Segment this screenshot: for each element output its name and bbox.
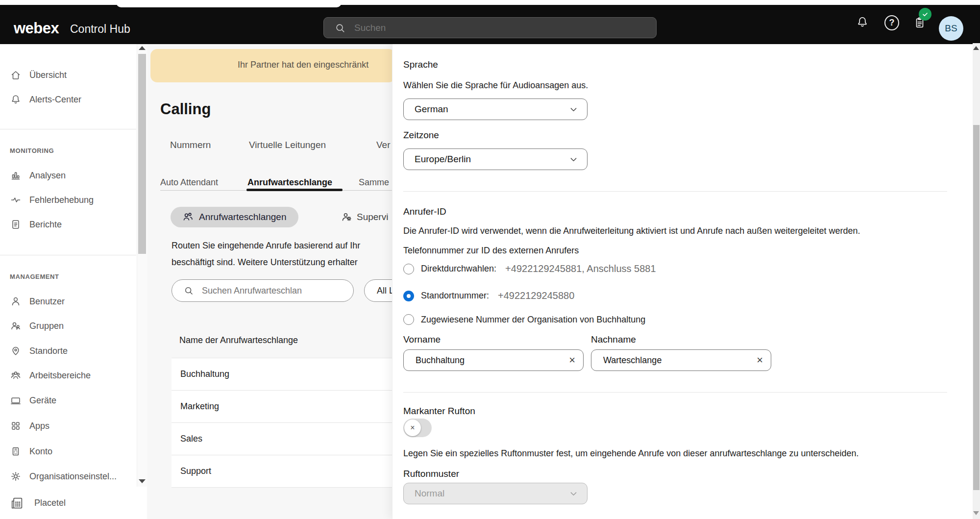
workspace-icon <box>10 370 22 381</box>
sidebar-item-label: Gruppen <box>29 321 64 331</box>
sidebar-item-gruppen[interactable]: Gruppen <box>10 316 64 336</box>
banner-text: Ihr Partner hat den eingeschränkt <box>238 60 368 70</box>
sidebar-item-benutzer[interactable]: Benutzer <box>10 292 65 311</box>
radio-zugewiesene-nummer[interactable]: Zugewiesene Nummer der Organisation von … <box>403 314 645 325</box>
queue-search[interactable] <box>172 279 354 302</box>
radio-direktdurchwahlen[interactable]: Direktdurchwahlen: +4922129245881, Ansch… <box>403 263 656 274</box>
main-scrollbar[interactable] <box>973 43 980 519</box>
radio-icon[interactable] <box>403 264 414 274</box>
radio-icon-selected[interactable] <box>403 291 414 301</box>
radio-value: +4922129245881, Anschluss 5881 <box>505 263 656 274</box>
timezone-value: Europe/Berlin <box>415 154 471 165</box>
sidebar-scrollbar[interactable] <box>137 43 147 487</box>
sidebar-item-analysen[interactable]: Analysen <box>10 166 66 185</box>
tab-nummern[interactable]: Nummern <box>170 140 211 150</box>
pulse-icon <box>10 194 22 206</box>
sidebar-item-label: Geräte <box>29 395 56 406</box>
user-icon <box>10 296 22 307</box>
building-icon <box>10 495 24 510</box>
browser-tab-remnant <box>116 0 342 7</box>
top-header: webex Control Hub ? BS <box>0 5 980 44</box>
sidebar: Übersicht Alerts-Center MONITORING Analy… <box>0 44 147 519</box>
sidebar-section-monitoring: MONITORING <box>10 147 54 154</box>
notifications-button[interactable] <box>855 15 870 29</box>
scroll-up-arrow[interactable] <box>139 46 146 50</box>
subtab-auto-attendant[interactable]: Auto Attendant <box>160 177 218 188</box>
avatar[interactable]: BS <box>939 16 963 41</box>
search-icon <box>335 23 345 33</box>
last-name-input[interactable] <box>602 355 741 366</box>
partner-banner: Ihr Partner hat den eingeschränkt <box>150 49 395 82</box>
tab-ver[interactable]: Ver <box>376 140 391 150</box>
subtab-anrufwarteschlange[interactable]: Anrufwarteschlange <box>247 177 332 188</box>
webex-logo: webex <box>14 20 59 37</box>
last-name-field[interactable]: × <box>591 349 771 371</box>
gear-icon <box>10 470 22 482</box>
language-label: Sprache <box>403 59 438 70</box>
segment-supervisoren[interactable]: Supervi <box>341 207 388 227</box>
scroll-down-arrow[interactable] <box>973 511 979 515</box>
sidebar-divider <box>0 129 136 129</box>
account-icon <box>10 445 22 457</box>
apps-grid-icon <box>10 420 22 432</box>
queue-name: Sales <box>180 434 202 444</box>
home-icon <box>10 69 22 81</box>
group-icon <box>10 320 22 332</box>
chevron-down-icon <box>569 105 578 114</box>
queue-name: Marketing <box>180 401 219 412</box>
radio-icon[interactable] <box>403 314 414 325</box>
caller-id-label: Anrufer-ID <box>403 206 446 217</box>
sidebar-item-berichte[interactable]: Berichte <box>10 215 62 234</box>
ring-pattern-value: Normal <box>415 488 444 499</box>
queue-description-line1: Routen Sie eingehende Anrufe basierend a… <box>172 241 360 251</box>
sidebar-item-placetel[interactable]: Placetel <box>10 493 66 513</box>
search-icon <box>184 286 194 296</box>
subtab-samme[interactable]: Samme <box>359 177 389 188</box>
scroll-up-arrow[interactable] <box>973 46 979 50</box>
ring-description: Legen Sie ein spezielles Ruftonmuster fe… <box>403 448 859 459</box>
sidebar-item-konto[interactable]: Konto <box>10 442 52 461</box>
distinctive-ring-toggle[interactable]: × <box>403 419 432 437</box>
sidebar-item-alerts-center[interactable]: Alerts-Center <box>10 90 81 109</box>
queue-name: Buchhaltung <box>180 369 229 379</box>
queue-search-input[interactable] <box>201 285 340 297</box>
segment-label: Anrufwarteschlangen <box>199 212 287 222</box>
sidebar-item-organisationseinstellungen[interactable]: Organisationseinstel... <box>10 467 117 486</box>
help-button[interactable]: ? <box>884 15 899 30</box>
check-badge-icon <box>919 8 931 21</box>
clear-x-icon[interactable]: × <box>569 355 575 366</box>
radio-standortnummer[interactable]: Standortnummer: +4922129245880 <box>403 290 574 301</box>
timezone-select[interactable]: Europe/Berlin <box>403 148 588 170</box>
tab-virtuelle-leitungen[interactable]: Virtuelle Leitungen <box>249 140 326 150</box>
queue-icon <box>182 211 194 223</box>
section-divider <box>403 191 947 192</box>
last-name-label: Nachname <box>591 334 636 345</box>
global-search-input[interactable] <box>353 22 630 34</box>
sidebar-item-geraete[interactable]: Geräte <box>10 391 56 410</box>
sidebar-item-uebersicht[interactable]: Übersicht <box>10 65 67 85</box>
first-name-field[interactable]: × <box>403 349 584 371</box>
sidebar-item-label: Analysen <box>29 171 66 181</box>
global-search[interactable] <box>323 17 657 38</box>
sidebar-item-standorte[interactable]: Standorte <box>10 341 68 361</box>
scroll-down-arrow[interactable] <box>139 479 146 483</box>
scrollbar-thumb[interactable] <box>973 125 980 490</box>
clear-x-icon[interactable]: × <box>757 355 763 366</box>
sidebar-item-apps[interactable]: Apps <box>10 416 49 436</box>
location-pin-icon <box>10 345 22 357</box>
bell-icon <box>856 15 869 29</box>
first-name-label: Vorname <box>403 334 441 345</box>
sidebar-item-label: Apps <box>29 421 49 431</box>
radio-label: Direktdurchwahlen: <box>421 264 496 274</box>
scrollbar-thumb[interactable] <box>138 54 146 254</box>
sidebar-item-fehlerbehebung[interactable]: Fehlerbehebung <box>10 190 94 210</box>
segment-anrufwarteschlangen[interactable]: Anrufwarteschlangen <box>171 207 298 227</box>
sidebar-item-label: Fehlerbehebung <box>29 195 94 205</box>
first-name-input[interactable] <box>415 355 554 366</box>
sidebar-item-label: Benutzer <box>29 297 65 307</box>
segment-label: Supervi <box>357 212 388 222</box>
sidebar-item-label: Arbeitsbereiche <box>29 371 91 381</box>
sidebar-item-arbeitsbereiche[interactable]: Arbeitsbereiche <box>10 366 91 385</box>
language-select[interactable]: German <box>403 99 588 120</box>
table-column-header: Name der Anrufwarteschlange <box>179 335 298 346</box>
